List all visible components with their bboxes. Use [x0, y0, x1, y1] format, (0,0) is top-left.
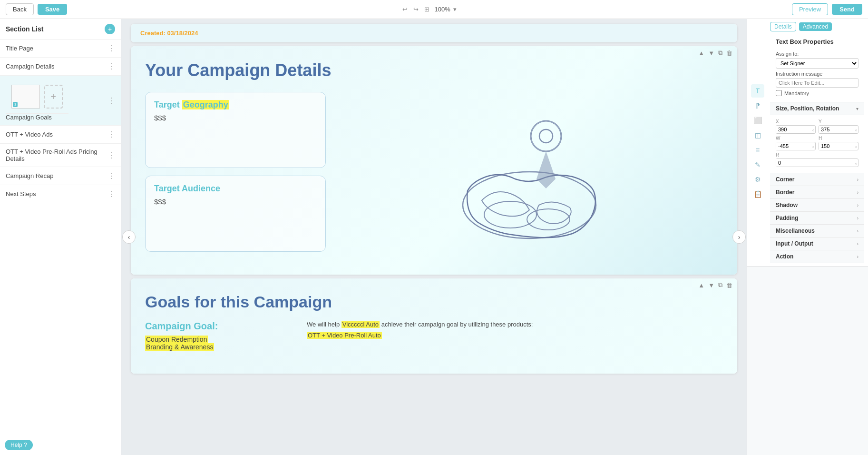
target-geography-card[interactable]: Target Geography $$$	[145, 92, 326, 168]
instruction-input[interactable]	[776, 78, 858, 88]
slide-copy-btn[interactable]: ⧉	[717, 48, 723, 58]
campaign-cards: Target Geography $$$ Target Audience $$$	[145, 92, 326, 252]
prop-section-corner[interactable]: Corner›	[770, 173, 864, 186]
campaign-details-title: Your Campaign Details	[145, 60, 723, 80]
prop-section-shadow[interactable]: Shadow›	[770, 199, 864, 212]
goals-product-highlight: OTT + Video Pre-Roll Auto	[307, 332, 382, 339]
slide-goals-delete-btn[interactable]: 🗑	[725, 281, 733, 290]
r-field: R ⬦	[776, 152, 858, 167]
x-input[interactable]	[776, 126, 811, 133]
thumb-num: 3	[13, 102, 18, 107]
back-button[interactable]: Back	[6, 3, 34, 15]
sidebar-item-campaign-goals[interactable]: 3 + Campaign Goals ⋮	[0, 76, 121, 126]
redo-button[interactable]: ↪	[412, 5, 419, 14]
preview-button[interactable]: Preview	[792, 3, 828, 15]
w-stepper[interactable]: ⬦	[811, 143, 815, 149]
mandatory-checkbox[interactable]	[776, 90, 782, 96]
prop-section-chevron-action: ›	[857, 254, 858, 259]
created-label: Created:	[140, 30, 166, 37]
prop-section-chevron-miscellaneous: ›	[857, 228, 858, 234]
r-label: R	[776, 152, 858, 158]
save-button[interactable]: Save	[38, 4, 67, 15]
sidebar-item-campaign-recap[interactable]: Campaign Recap ⋮	[0, 167, 121, 185]
zoom-value: 100%	[434, 6, 450, 13]
h-input[interactable]	[819, 142, 854, 150]
tab-advanced[interactable]: Advanced	[799, 22, 832, 31]
item-menu-icon[interactable]: ⋮	[107, 189, 115, 198]
slide-delete-btn[interactable]: 🗑	[725, 49, 733, 58]
y-input[interactable]	[819, 126, 854, 133]
prop-section-padding[interactable]: Padding›	[770, 212, 864, 225]
slide-up-btn[interactable]: ▲	[697, 49, 705, 58]
map-svg	[453, 96, 605, 248]
zoom-control: 100% ▾	[434, 5, 457, 14]
item-menu-icon[interactable]: ⋮	[107, 151, 115, 160]
top-toolbar: Back Save ↩ ↪ ⊞ 100% ▾ Preview Send	[0, 0, 868, 19]
prop-section-chevron-corner: ›	[857, 177, 858, 182]
h-stepper[interactable]: ⬦	[854, 143, 858, 149]
send-button[interactable]: Send	[832, 4, 862, 15]
prop-section-border[interactable]: Border›	[770, 186, 864, 199]
tab-details[interactable]: Details	[770, 22, 796, 31]
item-menu-icon[interactable]: ⋮	[107, 96, 115, 105]
r-stepper[interactable]: ⬦	[854, 160, 858, 166]
right-panel: T ⁋ ⬜ ◫ ≡ ✎ ⚙ 📋 Details Advanced Text Bo…	[747, 19, 868, 455]
wh-row: W ⬦ H ⬦	[776, 136, 858, 150]
panel-icon-layers[interactable]: 📋	[751, 188, 764, 201]
panel-icon-box[interactable]: ⬜	[751, 114, 764, 127]
nav-right-arrow[interactable]: ›	[732, 230, 746, 244]
zoom-chevron[interactable]: ▾	[452, 5, 458, 14]
prop-section-title-border: Border	[776, 189, 794, 196]
target-audience-card[interactable]: Target Audience $$$	[145, 176, 326, 252]
thumbnail-image: 3	[11, 85, 40, 109]
sidebar-item-label: Next Steps	[6, 190, 36, 198]
add-section-button[interactable]: +	[105, 24, 115, 34]
target-geography-value: $$$	[154, 114, 317, 122]
sidebar-item-ott-video-ads[interactable]: OTT + Video Ads ⋮	[0, 126, 121, 144]
w-input[interactable]	[776, 142, 811, 150]
size-position-section-header[interactable]: Size, Position, Rotation ▾	[770, 102, 864, 115]
slide-goals-up-btn[interactable]: ▲	[697, 281, 705, 290]
prop-section-input-output[interactable]: Input / Output›	[770, 237, 864, 250]
item-menu-icon[interactable]: ⋮	[107, 130, 115, 139]
assign-to-select[interactable]: Set Signer	[776, 58, 858, 69]
panel-icon-settings[interactable]: ⚙	[751, 173, 764, 186]
slide-goals-down-btn[interactable]: ▼	[707, 281, 715, 290]
panel-icon-align[interactable]: ⁋	[751, 99, 764, 112]
slide-down-btn[interactable]: ▼	[707, 49, 715, 58]
sidebar-item-campaign-details[interactable]: Campaign Details ⋮	[0, 58, 121, 76]
r-input[interactable]	[776, 159, 854, 167]
sidebar-item-ott-pre-roll[interactable]: OTT + Video Pre-Roll Ads Pricing Details…	[0, 144, 121, 167]
prop-section-title-input-output: Input / Output	[776, 240, 813, 247]
grid-button[interactable]: ⊞	[423, 5, 430, 14]
panel-icon-list[interactable]: ≡	[751, 143, 764, 157]
prop-section-miscellaneous[interactable]: Miscellaneous›	[770, 225, 864, 237]
sidebar-item-title-page[interactable]: Title Page ⋮	[0, 40, 121, 58]
panel-icon-layout[interactable]: ◫	[751, 129, 764, 142]
goals-text-prefix: We will help	[307, 321, 340, 328]
sidebar-item-label: OTT + Video Ads	[6, 131, 53, 138]
help-button[interactable]: Help ?	[5, 440, 33, 450]
panel-icon-edit[interactable]: ✎	[751, 158, 764, 171]
item-menu-icon[interactable]: ⋮	[107, 44, 115, 53]
goals-columns: Campaign Goal: Coupon Redemption Brandin…	[145, 321, 723, 351]
prop-section-action[interactable]: Action›	[770, 250, 864, 263]
nav-left-arrow[interactable]: ‹	[122, 230, 136, 244]
slide-goals: ▲ ▼ ⧉ 🗑 Goals for this Campaign Campaign…	[131, 278, 737, 374]
panel-icon-text[interactable]: T	[751, 84, 764, 98]
item-menu-icon[interactable]: ⋮	[107, 171, 115, 180]
add-slide-button[interactable]: +	[44, 85, 63, 109]
target-audience-value: $$$	[154, 198, 317, 206]
y-stepper[interactable]: ⬦	[854, 127, 858, 133]
prop-section-chevron-border: ›	[857, 190, 858, 195]
x-stepper[interactable]: ⬦	[811, 127, 815, 133]
sidebar-item-next-steps[interactable]: Next Steps ⋮	[0, 185, 121, 203]
prop-section-title-shadow: Shadow	[776, 202, 798, 208]
geography-highlight: Geography	[182, 100, 229, 109]
sidebar-items: Title Page ⋮ Campaign Details ⋮ 3 + Camp…	[0, 40, 121, 455]
undo-button[interactable]: ↩	[401, 5, 409, 14]
slide-goals-copy-btn[interactable]: ⧉	[717, 280, 723, 290]
goals-content: Goals for this Campaign Campaign Goal: C…	[131, 278, 737, 374]
h-field: H ⬦	[819, 136, 858, 150]
item-menu-icon[interactable]: ⋮	[107, 62, 115, 71]
